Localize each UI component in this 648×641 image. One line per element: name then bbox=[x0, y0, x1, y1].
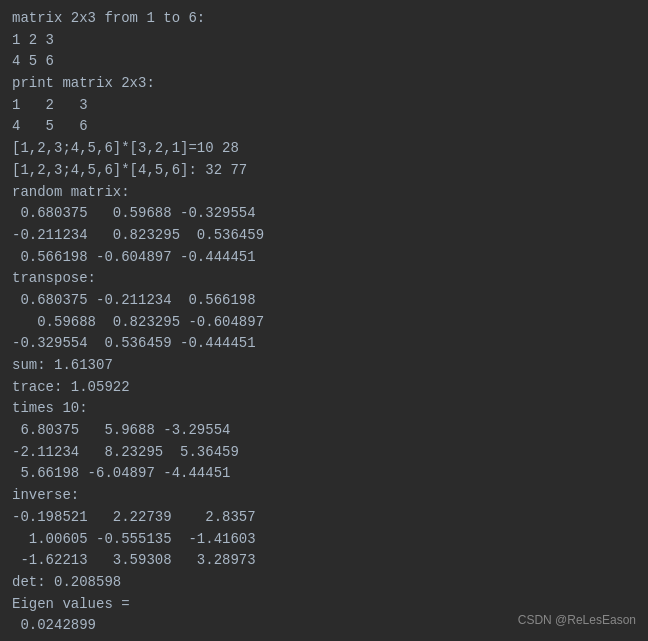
terminal-line: -0.198521 2.22739 2.8357 bbox=[12, 507, 636, 529]
terminal-line: sum: 1.61307 bbox=[12, 355, 636, 377]
terminal-line: [1,2,3;4,5,6]*[4,5,6]: 32 77 bbox=[12, 160, 636, 182]
terminal-line: random matrix: bbox=[12, 182, 636, 204]
terminal-line: 0.566198 -0.604897 -0.444451 bbox=[12, 247, 636, 269]
terminal-line: matrix 2x3 from 1 to 6: bbox=[12, 8, 636, 30]
terminal-line: 4 5 6 bbox=[12, 51, 636, 73]
terminal-line: 0.680375 0.59688 -0.329554 bbox=[12, 203, 636, 225]
terminal-line: det: 0.208598 bbox=[12, 572, 636, 594]
terminal-line: 4 5 6 bbox=[12, 116, 636, 138]
terminal-line: -2.11234 8.23295 5.36459 bbox=[12, 442, 636, 464]
terminal-line: 6.80375 5.9688 -3.29554 bbox=[12, 420, 636, 442]
terminal-line: 5.66198 -6.04897 -4.44451 bbox=[12, 463, 636, 485]
terminal-line: transpose: bbox=[12, 268, 636, 290]
terminal-line: Eigen values = bbox=[12, 594, 636, 616]
terminal-line: 0.680375 -0.211234 0.566198 bbox=[12, 290, 636, 312]
terminal-line: 1.00605 -0.555135 -1.41603 bbox=[12, 529, 636, 551]
terminal-line: -0.329554 0.536459 -0.444451 bbox=[12, 333, 636, 355]
terminal-line: 1 2 3 bbox=[12, 30, 636, 52]
terminal-line: 1 2 3 bbox=[12, 95, 636, 117]
terminal-window: matrix 2x3 from 1 to 6:1 2 34 5 6print m… bbox=[0, 0, 648, 641]
terminal-line: print matrix 2x3: bbox=[12, 73, 636, 95]
watermark: CSDN @ReLesEason bbox=[518, 613, 636, 627]
terminal-line: 0.59688 0.823295 -0.604897 bbox=[12, 312, 636, 334]
terminal-line: times 10: bbox=[12, 398, 636, 420]
terminal-line: [1,2,3;4,5,6]*[3,2,1]=10 28 bbox=[12, 138, 636, 160]
terminal-line: inverse: bbox=[12, 485, 636, 507]
terminal-line: -0.211234 0.823295 0.536459 bbox=[12, 225, 636, 247]
terminal-line: trace: 1.05922 bbox=[12, 377, 636, 399]
terminal-line: -1.62213 3.59308 3.28973 bbox=[12, 550, 636, 572]
